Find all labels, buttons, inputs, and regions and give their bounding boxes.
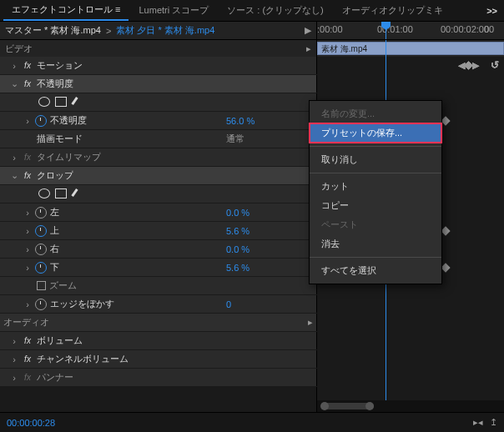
stopwatch-icon[interactable] xyxy=(35,262,47,274)
param-zoom: ズーム xyxy=(49,279,77,292)
stopwatch-icon[interactable] xyxy=(35,244,47,255)
effect-controls-panel: エフェクトコントロール ≡ Lumetri スコープ ソース : (クリップなし… xyxy=(0,0,504,432)
value-edge-feather[interactable]: 0 xyxy=(226,299,268,309)
context-menu: 名前の変更... プリセットの保存... 取り消し カット コピー ペースト 消… xyxy=(309,100,442,284)
tab-effect-controls[interactable]: エフェクトコントロール ≡ xyxy=(3,0,129,21)
current-timecode[interactable]: 00:00:00:28 xyxy=(7,418,55,428)
zoom-handle-icon[interactable] xyxy=(320,402,329,410)
menu-rename: 名前の変更... xyxy=(310,104,441,123)
keyframe-diamond-icon[interactable] xyxy=(441,226,450,235)
rect-mask-icon[interactable] xyxy=(55,188,67,198)
twisty-icon[interactable]: › xyxy=(10,153,18,163)
keyframe-nav[interactable]: ◀▶ xyxy=(458,60,479,71)
sequence-clip-label[interactable]: 素材 夕日 * 素材 海.mp4 xyxy=(116,24,214,37)
mask-tools xyxy=(38,97,83,108)
pen-mask-icon[interactable] xyxy=(72,97,83,108)
toggle-track-icon[interactable]: ▸◂ xyxy=(473,417,483,428)
keyframe-diamond-icon[interactable] xyxy=(441,116,450,125)
value-crop-top[interactable]: 5.6 % xyxy=(226,226,268,236)
fx-badge-icon[interactable]: fx xyxy=(22,61,33,70)
param-crop-right: 右 xyxy=(50,243,59,255)
twisty-icon[interactable]: › xyxy=(23,226,32,236)
param-crop-bottom: 下 xyxy=(50,261,59,274)
tab-audio-clip-mixer[interactable]: オーディオクリップミキ xyxy=(334,1,451,20)
timeline-zoom-scrollbar[interactable] xyxy=(317,400,504,412)
param-edge-feather: エッジをぼかす xyxy=(50,298,114,310)
menu-select-all[interactable]: すべてを選択 xyxy=(310,261,441,280)
fx-badge-icon[interactable]: fx xyxy=(22,171,33,180)
ruler-tick: 00:00:02:00 xyxy=(441,24,489,34)
menu-clear[interactable]: 消去 xyxy=(310,234,441,254)
twisty-icon[interactable]: › xyxy=(23,208,32,218)
effect-motion[interactable]: モーション xyxy=(37,59,83,72)
playhead-icon[interactable] xyxy=(386,22,386,39)
ruler-tick: :00:00 xyxy=(317,24,343,34)
twisty-icon[interactable]: › xyxy=(10,354,18,364)
chevron-right-icon[interactable]: ▸ xyxy=(308,317,313,328)
effect-channel-volume[interactable]: チャンネルボリューム xyxy=(37,353,129,365)
twisty-icon[interactable]: › xyxy=(10,336,18,346)
stopwatch-icon[interactable] xyxy=(35,115,47,127)
menu-undo[interactable]: 取り消し xyxy=(310,150,441,169)
twisty-icon[interactable]: › xyxy=(23,116,32,126)
menu-separator xyxy=(310,173,441,173)
keyframe-diamond-icon[interactable] xyxy=(441,263,450,272)
tab-overflow[interactable]: >> xyxy=(483,6,501,16)
fx-badge-icon[interactable]: fx xyxy=(22,354,33,364)
clip-header-row: マスター * 素材 海.mp4 > 素材 夕日 * 素材 海.mp4 ▶ :00… xyxy=(0,22,504,40)
menu-separator xyxy=(310,146,441,147)
value-crop-bottom[interactable]: 5.6 % xyxy=(226,263,268,273)
video-section-label[interactable]: ビデオ xyxy=(5,43,33,55)
value-crop-right[interactable]: 0.0 % xyxy=(226,244,268,254)
ellipse-mask-icon[interactable] xyxy=(38,97,50,107)
ellipse-mask-icon[interactable] xyxy=(38,188,50,198)
param-crop-left: 左 xyxy=(50,206,59,219)
twisty-icon[interactable]: › xyxy=(10,373,18,383)
menu-save-preset[interactable]: プリセットの保存... xyxy=(310,123,441,143)
clip-lane-row: ビデオ ▸ 素材 海.mp4 xyxy=(0,40,504,57)
menu-copy[interactable]: コピー xyxy=(310,196,441,215)
fx-badge-icon[interactable]: fx xyxy=(22,79,33,88)
panel-tab-bar: エフェクトコントロール ≡ Lumetri スコープ ソース : (クリップなし… xyxy=(0,0,504,22)
stopwatch-icon[interactable] xyxy=(35,299,47,310)
effect-crop[interactable]: クロップ xyxy=(37,169,73,182)
value-blend-mode[interactable]: 通常 xyxy=(226,133,268,145)
fx-badge-icon[interactable]: fx xyxy=(22,336,33,345)
timeline-ruler[interactable]: :00:00 00:01:00 00:00:02:00 00 xyxy=(317,22,504,39)
value-opacity[interactable]: 56.0 % xyxy=(226,116,268,126)
effect-opacity[interactable]: 不透明度 xyxy=(37,78,73,90)
panel-footer: 00:00:00:28 ▸◂ ↥ xyxy=(0,412,504,432)
value-crop-left[interactable]: 0.0 % xyxy=(226,208,268,218)
tab-source[interactable]: ソース : (クリップなし) xyxy=(219,1,332,20)
effect-time-remap[interactable]: タイムリマップ xyxy=(37,151,101,163)
export-frame-icon[interactable]: ↥ xyxy=(490,417,497,428)
clip-bar[interactable]: 素材 海.mp4 xyxy=(317,42,504,55)
fx-badge-icon[interactable]: fx xyxy=(22,153,33,162)
effect-panner[interactable]: パンナー xyxy=(37,371,73,384)
twisty-icon[interactable]: ⌄ xyxy=(10,170,18,181)
play-only-toggle[interactable]: ▶ xyxy=(305,25,311,36)
zoom-handle-icon[interactable] xyxy=(365,402,374,410)
twisty-icon[interactable]: › xyxy=(23,244,32,254)
stopwatch-icon[interactable] xyxy=(35,207,47,219)
effect-volume[interactable]: ボリューム xyxy=(37,334,83,347)
rect-mask-icon[interactable] xyxy=(55,97,67,107)
twisty-icon[interactable]: › xyxy=(23,263,32,273)
pen-mask-icon[interactable] xyxy=(72,188,83,200)
menu-cut[interactable]: カット xyxy=(310,177,441,196)
twisty-icon[interactable]: › xyxy=(10,61,18,71)
reset-icon[interactable]: ↺ xyxy=(491,59,499,71)
param-crop-top: 上 xyxy=(50,224,59,237)
twisty-icon[interactable]: › xyxy=(23,299,32,309)
param-blend-mode: 描画モード xyxy=(37,133,83,145)
zoom-checkbox[interactable] xyxy=(37,281,46,290)
stopwatch-icon[interactable] xyxy=(35,225,47,237)
twisty-icon[interactable]: ⌄ xyxy=(10,78,18,89)
chevron-right-icon[interactable]: ▸ xyxy=(306,43,311,54)
audio-section-label[interactable]: オーディオ xyxy=(3,316,49,329)
menu-paste: ペースト xyxy=(310,215,441,234)
tab-lumetri-scopes[interactable]: Lumetri スコープ xyxy=(130,1,217,20)
fx-badge-icon[interactable]: fx xyxy=(22,373,33,382)
mask-tools xyxy=(38,188,83,200)
param-opacity: 不透明度 xyxy=(50,114,87,127)
